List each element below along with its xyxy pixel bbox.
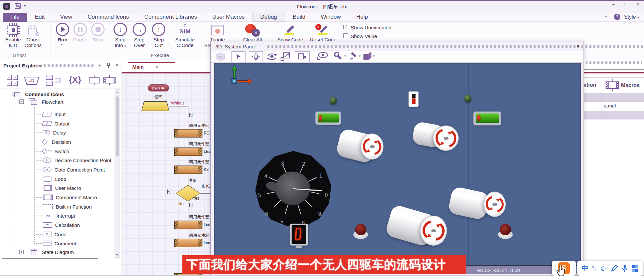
ghost-options-button[interactable]: GhostOptions <box>21 37 45 48</box>
ime-punctuation-icon[interactable]: °, <box>592 265 596 271</box>
scale-mode-button[interactable] <box>280 51 291 61</box>
tree-item-delay[interactable]: DDelay <box>43 128 66 136</box>
menu-debug[interactable]: Debug <box>252 13 285 22</box>
tree-item-calculation[interactable]: ≡Calculation <box>43 221 80 229</box>
step-into-button[interactable]: ↓ <box>114 23 127 36</box>
system-panel-close-icon[interactable]: ✕ <box>576 43 580 49</box>
tree-node-flowchart[interactable]: Flowchart <box>29 98 63 106</box>
panel-close-icon[interactable]: ✕ <box>115 63 119 68</box>
windows-icon[interactable] <box>46 75 61 86</box>
region-button[interactable] <box>295 51 310 62</box>
toggle-breakpoints-icon[interactable] <box>211 25 224 35</box>
run-button[interactable] <box>56 23 69 36</box>
scroll-thumb[interactable] <box>116 96 119 157</box>
tree-item-code[interactable]: CCode <box>43 230 66 238</box>
tree-item-input[interactable]: IInput <box>43 110 65 118</box>
step-out-button[interactable]: ↑ <box>152 23 165 36</box>
tree-item-interrupt[interactable]: INTInterrupt <box>43 212 75 220</box>
ime-toolbar[interactable]: 中 °, ☺ <box>577 261 643 276</box>
properties-row[interactable] <box>584 93 644 102</box>
show-value-checkbox[interactable]: Show Value <box>343 33 377 39</box>
properties-row[interactable] <box>584 111 644 119</box>
tree-item-decision[interactable]: Decision <box>43 138 71 146</box>
pause-button[interactable] <box>73 23 87 36</box>
tools-button[interactable]: ▾ <box>334 51 346 61</box>
ime-emoji-icon[interactable]: ☺ <box>600 264 607 273</box>
dial-knob[interactable] <box>275 172 310 205</box>
visibility-button[interactable] <box>316 51 328 60</box>
flow-macro-node[interactable] <box>174 166 202 174</box>
tree-item-loop[interactable]: Loop <box>43 175 66 183</box>
pin-icon[interactable] <box>106 63 111 68</box>
wheel-component[interactable] <box>355 224 366 235</box>
flow-loop-node[interactable] <box>141 101 169 111</box>
add-command-icons-icon[interactable]: ++ ++ <box>7 75 18 86</box>
motor-component[interactable] <box>361 133 383 160</box>
select-mode-button[interactable] <box>231 51 246 62</box>
wheel-component[interactable] <box>500 224 511 235</box>
tree-item-component-macro[interactable]: Component Macro <box>43 193 97 201</box>
tree-item-switch[interactable]: Switch <box>43 147 69 155</box>
tree-scrollbar[interactable]: ▲ ▼ <box>115 89 120 258</box>
maximize-button[interactable]: ▢ <box>621 2 630 7</box>
ime-chinese-mode-icon[interactable]: 中 <box>582 264 589 273</box>
flow-macro-node[interactable] <box>174 239 202 247</box>
macros-section-label[interactable]: Macros <box>621 82 640 88</box>
reset-code-icon[interactable]: ✕ <box>315 24 330 37</box>
properties-drag-handle[interactable] <box>586 61 642 64</box>
step-over-label[interactable]: StepOver <box>131 37 147 48</box>
led-bar-component[interactable] <box>473 111 501 125</box>
user-macro-icon[interactable] <box>88 75 101 85</box>
menu-component-libraries[interactable]: Component Libraries <box>137 13 205 22</box>
stop-button[interactable] <box>91 23 105 36</box>
component-macro-icon[interactable] <box>102 75 117 85</box>
flow-macro-node[interactable] <box>174 221 202 229</box>
step-into-label[interactable]: StepInto ▾ <box>112 37 128 49</box>
save-icon[interactable] <box>15 3 21 9</box>
help-icon[interactable]: ? <box>614 14 620 20</box>
close-button[interactable]: ✕ <box>633 2 642 7</box>
clear-all-breakpoints-icon[interactable]: ✕ <box>245 24 260 37</box>
scroll-down-icon[interactable]: ▼ <box>116 253 119 257</box>
show-unexecuted-checkbox[interactable]: ✓Show Unexecuted <box>343 25 391 31</box>
led-ball-component[interactable] <box>464 94 471 102</box>
minimize-button[interactable]: ─ <box>609 2 618 7</box>
simulate-c-code-label[interactable]: SimulateC Code <box>173 37 197 48</box>
expression-icon[interactable]: {X} <box>69 75 82 85</box>
paint-button[interactable]: ▾ <box>349 51 361 61</box>
menu-window[interactable]: Window <box>313 13 348 22</box>
flow-collapse-marker[interactable]: [-] <box>189 202 193 207</box>
led-bar-component[interactable] <box>315 111 341 125</box>
tree-item-comment[interactable]: Comment <box>43 239 76 247</box>
menu-edit[interactable]: Edit <box>27 13 52 22</box>
tab-close-icon[interactable]: ✕ <box>155 64 159 69</box>
motor-component[interactable] <box>484 192 506 217</box>
tree-node-state-diagram[interactable]: State Diagram <box>29 248 74 256</box>
menu-user-macros[interactable]: User Macros <box>205 13 252 22</box>
tree-expander-expand[interactable]: + <box>19 250 24 254</box>
tree-expander-collapse[interactable]: − <box>19 99 24 104</box>
step-out-label[interactable]: StepOut <box>151 37 167 48</box>
menu-help[interactable]: Help <box>349 13 376 22</box>
menu-view[interactable]: View <box>52 13 80 22</box>
scroll-up-icon[interactable]: ▲ <box>116 90 119 94</box>
tree-item-declare-connection-point[interactable]: A:Declare Connection Point <box>43 156 111 164</box>
flow-collapse-marker[interactable]: [-] <box>189 112 193 117</box>
solid-view-button[interactable]: ▾ <box>362 51 375 61</box>
led-ball-component[interactable] <box>330 97 337 104</box>
flow-collapse-marker[interactable]: [-] <box>167 189 171 194</box>
ime-mic-icon[interactable] <box>622 264 628 272</box>
flow-begin-node[interactable]: BEGIN <box>148 84 169 91</box>
enable-icd-icon[interactable] <box>7 23 20 37</box>
run-dropdown-icon[interactable]: ▾ <box>61 43 63 46</box>
collapse-ribbon-icon[interactable]: ˄ <box>605 14 607 19</box>
switch-component[interactable] <box>409 91 419 107</box>
flow-macro-node[interactable] <box>174 129 202 137</box>
run-label[interactable]: Run <box>56 37 69 42</box>
tree-item-user-macro[interactable]: User Macro <box>43 184 81 192</box>
panel-drag-handle[interactable] <box>41 64 95 67</box>
ime-grid-icon[interactable] <box>631 265 639 272</box>
panel-dropdown-icon[interactable]: ▼ <box>98 63 102 67</box>
menu-file[interactable]: File <box>3 13 27 22</box>
menu-command-icons[interactable]: Command Icons <box>80 13 137 22</box>
